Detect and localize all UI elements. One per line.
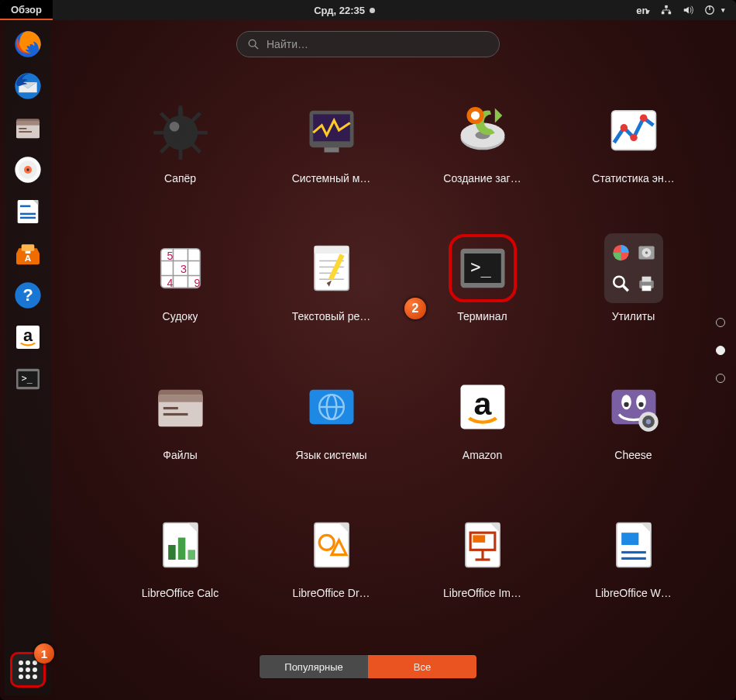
annotation-marker-1: 1 [34,643,54,664]
app-startup-disk[interactable]: Создание заг… [411,85,554,216]
clock[interactable]: Срд, 22:35 [53,5,636,16]
page-dot-2[interactable] [716,346,725,355]
dock-help[interactable] [10,278,46,313]
app-cheese[interactable]: Cheese [562,362,705,492]
svg-rect-99 [621,533,638,545]
svg-point-88 [249,40,256,47]
clock-text: Срд, 22:35 [314,5,365,16]
svg-line-89 [255,46,258,49]
dock-amazon[interactable] [10,319,46,355]
app-label: Создание заг… [443,172,521,184]
app-label: Сапёр [164,172,196,184]
volume-icon[interactable] [683,5,693,16]
dock-files[interactable] [10,110,46,146]
system-menu-caret-icon[interactable]: ▾ [721,6,725,14]
annotation-marker-2: 2 [404,298,426,319]
app-label: Файлы [163,449,197,461]
tab-all[interactable]: Все [368,655,476,678]
app-power-statistics[interactable]: Статистика эн… [562,85,705,216]
network-icon[interactable] [661,5,672,16]
app-label: Системный м… [292,172,371,184]
svg-rect-91 [177,537,185,560]
dock-writer[interactable] [10,194,46,229]
app-text-editor[interactable]: Текстовый ре… [260,223,403,353]
search-icon [248,39,259,50]
applications-grid: Сапёр Системный м… Создание заг… Статист… [108,85,705,630]
app-label: Язык системы [295,449,366,461]
app-folder-utilities[interactable]: Утилиты [562,223,705,353]
show-applications-button[interactable]: 1 [10,652,46,688]
app-label: Утилиты [612,310,655,322]
app-label: Статистика эн… [592,172,674,184]
keyboard-layout-indicator[interactable]: en ▾ [636,5,650,16]
page-indicator[interactable] [716,318,725,383]
app-mines[interactable]: Сапёр [108,85,252,216]
app-libreoffice-impress[interactable]: LibreOffice Im… [411,500,554,630]
disk-usage-icon [610,240,631,266]
app-label: Cheese [614,449,652,461]
dock-rhythmbox[interactable] [10,152,46,188]
view-switcher: Популярные Все [260,655,476,678]
page-dot-3[interactable] [716,374,725,383]
svg-rect-85 [669,12,672,15]
app-amazon[interactable]: Amazon [411,362,554,492]
disks-icon [636,240,657,266]
app-terminal[interactable]: Терминал 2 [411,223,554,353]
app-label: Текстовый ре… [292,310,371,322]
dock-thunderbird[interactable] [10,68,46,104]
svg-rect-83 [665,5,668,9]
app-libreoffice-writer[interactable]: LibreOffice W… [562,500,705,630]
activities-button[interactable]: Обзор [0,0,53,20]
app-label: LibreOffice Dr… [292,587,370,599]
app-label: Amazon [463,449,502,461]
svg-rect-96 [473,535,485,543]
power-icon[interactable] [704,5,715,16]
dock-firefox[interactable] [10,26,46,62]
app-label: LibreOffice Im… [443,587,521,599]
printer-icon [636,271,657,297]
dock-terminal[interactable] [10,361,46,397]
search-input[interactable] [267,38,488,50]
search-field[interactable] [236,31,500,57]
app-libreoffice-draw[interactable]: LibreOffice Dr… [260,500,403,630]
app-label: LibreOffice Calc [142,587,218,599]
notification-dot-icon [370,8,375,13]
top-bar: Обзор Срд, 22:35 en ▾ ▾ [0,0,736,20]
app-system-monitor[interactable]: Системный м… [260,85,403,216]
svg-rect-92 [187,550,195,560]
magnifier-icon [610,271,631,297]
svg-rect-84 [662,12,665,15]
svg-rect-90 [168,545,176,560]
app-label: Судоку [163,310,198,322]
dock: 1 [5,20,51,695]
app-language-support[interactable]: Язык системы [260,362,403,492]
desktop-screen: Обзор Срд, 22:35 en ▾ ▾ 1 [0,0,736,700]
app-files[interactable]: Файлы [108,362,252,492]
tab-frequent[interactable]: Популярные [260,655,368,678]
app-libreoffice-calc[interactable]: LibreOffice Calc [108,500,252,630]
app-sudoku[interactable]: Судоку [108,223,252,353]
app-label: LibreOffice W… [595,587,672,599]
page-dot-1[interactable] [716,318,725,327]
dock-software[interactable] [10,236,46,271]
app-label: Терминал [457,310,507,322]
